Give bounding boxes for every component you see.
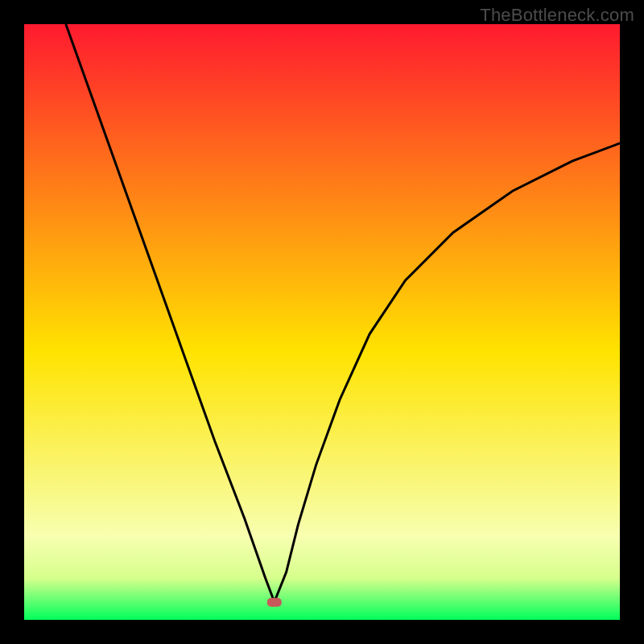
chart-svg bbox=[24, 24, 620, 620]
optimum-marker bbox=[267, 598, 282, 607]
chart-plot-area bbox=[24, 24, 620, 620]
black-frame: TheBottleneck.com bbox=[0, 0, 644, 644]
watermark-text: TheBottleneck.com bbox=[480, 5, 634, 26]
gradient-background bbox=[24, 24, 620, 620]
